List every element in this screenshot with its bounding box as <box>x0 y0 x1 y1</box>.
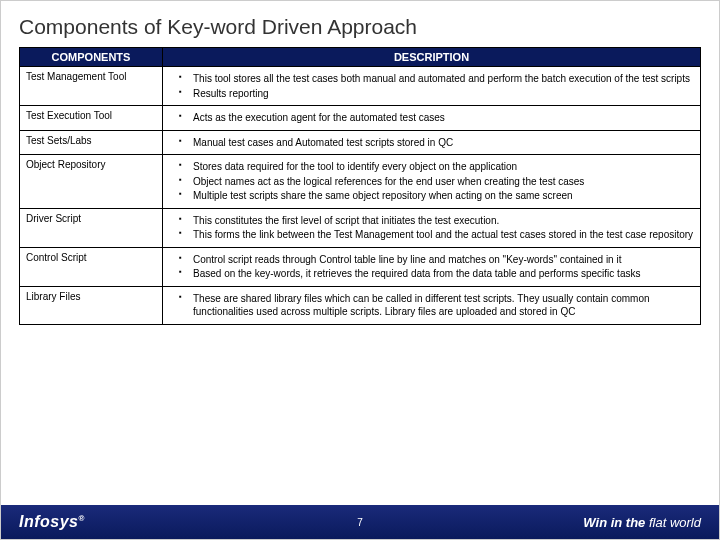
bullet: This constitutes the first level of scri… <box>183 214 694 228</box>
bullet: Object names act as the logical referenc… <box>183 175 694 189</box>
cell-component: Test Sets/Labs <box>20 130 163 155</box>
registered-icon: ® <box>79 514 85 523</box>
table-header-row: COMPONENTS DESCRIPTION <box>20 48 701 67</box>
table-row: Test Management Tool This tool stores al… <box>20 67 701 106</box>
slide: Components of Key-word Driven Approach C… <box>0 0 720 540</box>
page-number: 7 <box>357 517 363 528</box>
cell-description: Acts as the execution agent for the auto… <box>163 106 701 131</box>
bullet: These are shared library files which can… <box>183 292 694 319</box>
cell-component: Test Management Tool <box>20 67 163 106</box>
cell-description: These are shared library files which can… <box>163 286 701 324</box>
bullet: This forms the link between the Test Man… <box>183 228 694 242</box>
cell-component: Test Execution Tool <box>20 106 163 131</box>
brand-logo: Infosys® <box>19 513 85 531</box>
cell-component: Driver Script <box>20 208 163 247</box>
bullet: Multiple test scripts share the same obj… <box>183 189 694 203</box>
cell-description: Stores data required for the tool to ide… <box>163 155 701 209</box>
components-table-wrap: COMPONENTS DESCRIPTION Test Management T… <box>1 47 719 325</box>
components-table: COMPONENTS DESCRIPTION Test Management T… <box>19 47 701 325</box>
bullet: This tool stores all the test cases both… <box>183 72 694 86</box>
bullet: Acts as the execution agent for the auto… <box>183 111 694 125</box>
cell-description: This constitutes the first level of scri… <box>163 208 701 247</box>
cell-component: Library Files <box>20 286 163 324</box>
cell-description: Control script reads through Control tab… <box>163 247 701 286</box>
table-row: Control Script Control script reads thro… <box>20 247 701 286</box>
cell-description: Manual test cases and Automated test scr… <box>163 130 701 155</box>
bullet: Manual test cases and Automated test scr… <box>183 136 694 150</box>
tagline-bold: Win in the <box>583 515 649 530</box>
table-row: Library Files These are shared library f… <box>20 286 701 324</box>
header-description: DESCRIPTION <box>163 48 701 67</box>
slide-title: Components of Key-word Driven Approach <box>1 1 719 47</box>
bullet: Stores data required for the tool to ide… <box>183 160 694 174</box>
header-components: COMPONENTS <box>20 48 163 67</box>
bullet: Control script reads through Control tab… <box>183 253 694 267</box>
bullet: Results reporting <box>183 87 694 101</box>
table-row: Driver Script This constitutes the first… <box>20 208 701 247</box>
cell-component: Control Script <box>20 247 163 286</box>
bullet: Based on the key-words, it retrieves the… <box>183 267 694 281</box>
tagline: Win in the flat world <box>583 515 701 530</box>
table-row: Object Repository Stores data required f… <box>20 155 701 209</box>
table-row: Test Sets/Labs Manual test cases and Aut… <box>20 130 701 155</box>
tagline-flat: flat world <box>649 515 701 530</box>
brand-text: Infosys <box>19 513 79 530</box>
cell-description: This tool stores all the test cases both… <box>163 67 701 106</box>
footer-bar: Infosys® 7 Win in the flat world <box>1 505 719 539</box>
cell-component: Object Repository <box>20 155 163 209</box>
table-row: Test Execution Tool Acts as the executio… <box>20 106 701 131</box>
